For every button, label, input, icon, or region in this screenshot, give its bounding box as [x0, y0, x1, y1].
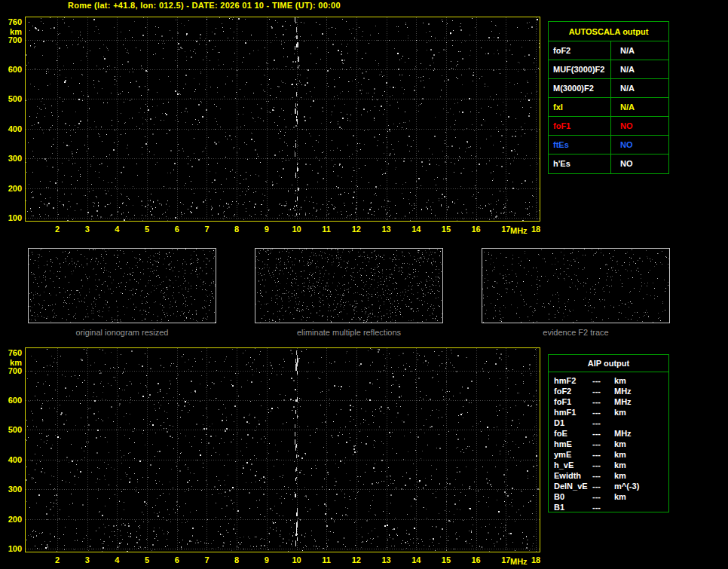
y-tick-label: 300: [0, 485, 22, 494]
aip-param-value: ---: [592, 396, 614, 407]
y-tick-label: 700: [0, 366, 22, 375]
x-tick-label: 10: [288, 225, 306, 234]
aip-param-value: ---: [592, 386, 614, 396]
aip-row-9: Ewidth---km: [549, 470, 668, 481]
x-tick-label: 5: [138, 555, 156, 564]
ionogram-plot-top: [25, 17, 540, 222]
autoscala-param-value: N/A: [611, 98, 635, 116]
y-tick-label: 600: [0, 65, 22, 74]
autoscala-row-5: ftEsNO: [549, 136, 668, 154]
x-tick-label: 8: [228, 555, 246, 564]
autoscala-row-4: foF1NO: [549, 117, 668, 136]
aip-param-unit: km: [614, 470, 626, 481]
autoscala-param-value: NO: [611, 117, 633, 135]
aip-row-4: D1---: [549, 418, 668, 428]
x-tick-label: 3: [78, 225, 96, 234]
x-tick-label: 15: [437, 225, 455, 234]
panel-original-ionogram: [28, 248, 216, 323]
aip-param-label: D1: [549, 418, 592, 428]
aip-param-unit: MHz: [614, 428, 632, 439]
x-tick-label: 16: [467, 555, 485, 564]
aip-param-label: hmE: [549, 439, 592, 449]
y-tick-label: 400: [0, 455, 22, 464]
aip-param-unit: km: [614, 491, 626, 502]
x-axis-unit: MHz: [510, 557, 528, 566]
panel-caption-evidence: evidence F2 trace: [482, 328, 670, 337]
panel-eliminate-reflections: [255, 248, 443, 323]
aip-param-label: foE: [549, 428, 592, 439]
aip-row-12: B1---: [549, 502, 668, 512]
aip-param-label: ymE: [549, 449, 592, 460]
autoscala-param-value: N/A: [611, 60, 635, 78]
aip-param-label: B0: [549, 491, 592, 502]
x-tick-label: 11: [317, 225, 335, 234]
aip-param-label: B1: [549, 502, 592, 512]
ionogram-plot-bottom: [25, 347, 540, 552]
aip-row-5: foE---MHz: [549, 428, 668, 439]
autoscala-param-label: M(3000)F2: [549, 79, 611, 97]
x-axis-unit: MHz: [510, 226, 528, 235]
autoscala-row-2: M(3000)F2N/A: [549, 79, 668, 98]
autoscala-table-rows: foF2N/AMUF(3000)F2N/AM(3000)F2N/AfxIN/Af…: [549, 41, 668, 173]
autoscala-param-label: fxI: [549, 98, 611, 116]
x-tick-label: 15: [437, 555, 455, 564]
aip-param-label: DelN_vE: [549, 481, 592, 491]
aip-param-unit: km: [614, 439, 626, 449]
ionogram-bottom-canvas: [26, 348, 540, 552]
x-tick-label: 13: [378, 225, 396, 234]
aip-param-label: h_vE: [549, 460, 592, 470]
x-tick-label: 8: [228, 225, 246, 234]
autoscala-row-6: h'EsNO: [549, 154, 668, 173]
y-tick-label: 500: [0, 94, 22, 103]
x-tick-label: 12: [347, 555, 366, 564]
aip-param-value: ---: [592, 481, 614, 491]
panel-original-ionogram-canvas: [29, 249, 216, 323]
x-tick-label: 7: [197, 555, 216, 564]
x-tick-label: 4: [108, 225, 126, 234]
ionogram-top-canvas: [26, 17, 540, 221]
aip-param-value: ---: [592, 502, 614, 512]
aip-param-value: ---: [592, 375, 614, 386]
aip-row-8: h_vE---km: [549, 460, 668, 470]
y-tick-label: 760: [0, 348, 22, 357]
y-tick-label: 500: [0, 425, 22, 434]
autoscala-param-value: N/A: [611, 41, 635, 60]
aip-row-7: ymE---km: [549, 449, 668, 460]
aip-param-unit: MHz: [614, 386, 632, 396]
aip-row-2: foF1---MHz: [549, 396, 668, 407]
y-tick-label: 100: [0, 544, 22, 553]
x-tick-label: 14: [407, 225, 425, 234]
x-tick-label: 3: [78, 555, 96, 564]
aip-row-1: foF2---MHz: [549, 386, 668, 396]
autoscala-row-0: foF2N/A: [549, 41, 668, 60]
aip-param-value: ---: [592, 449, 614, 460]
aip-row-6: hmE---km: [549, 439, 668, 449]
panel-caption-eliminate: eliminate multiple reflections: [255, 328, 443, 337]
autoscala-row-3: fxIN/A: [549, 98, 668, 117]
autoscala-param-value: N/A: [611, 79, 635, 97]
aip-table-title: AIP output: [549, 355, 668, 372]
y-tick-label: 400: [0, 124, 22, 133]
aip-param-unit: MHz: [614, 396, 632, 407]
y-tick-label: 700: [0, 35, 22, 44]
autoscala-param-label: h'Es: [549, 154, 611, 173]
aip-row-3: hmF1---km: [549, 407, 668, 418]
x-tick-label: 13: [378, 555, 396, 564]
x-tick-label: 7: [197, 225, 216, 234]
x-tick-label: 2: [48, 225, 66, 234]
x-tick-label: 11: [317, 555, 335, 564]
autoscala-row-1: MUF(3000)F2N/A: [549, 60, 668, 79]
aip-param-label: hmF1: [549, 407, 592, 418]
aip-param-label: foF2: [549, 386, 592, 396]
panel-evidence-f2-trace-canvas: [482, 249, 669, 323]
aip-param-value: ---: [592, 470, 614, 481]
panel-evidence-f2-trace: [482, 248, 670, 323]
y-tick-label: 600: [0, 396, 22, 405]
aip-param-unit: km: [614, 460, 626, 470]
aip-param-value: ---: [592, 439, 614, 449]
x-tick-label: 16: [467, 225, 485, 234]
autoscala-param-value: NO: [611, 136, 633, 154]
x-tick-label: 4: [108, 555, 126, 564]
y-tick-label: 100: [0, 213, 22, 222]
x-tick-label: 5: [138, 225, 156, 234]
